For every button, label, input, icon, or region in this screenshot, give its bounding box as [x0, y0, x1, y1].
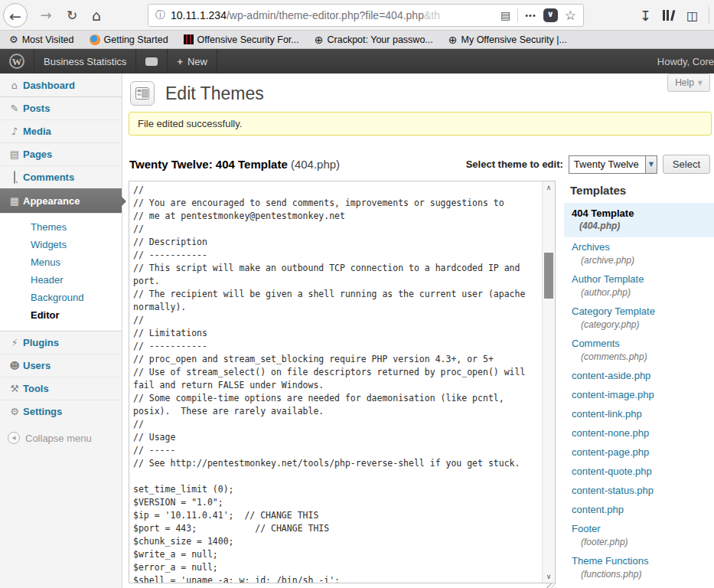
- template-name: content-none.php: [572, 426, 714, 439]
- template-item[interactable]: content-aside.php: [564, 369, 714, 382]
- sidebar-item-label: Media: [23, 126, 51, 137]
- sidebar-item-settings[interactable]: ⚙ Settings: [0, 400, 122, 423]
- library-icon[interactable]: [662, 9, 676, 21]
- template-file: (404.php): [572, 220, 706, 232]
- template-item[interactable]: Category Template (category.php): [564, 305, 714, 331]
- bookmark-most-visited[interactable]: ⚙ Most Visited: [9, 34, 74, 45]
- sidebar-item-media[interactable]: ♪ Media: [0, 119, 122, 142]
- offsec-icon: [184, 34, 194, 44]
- reader-mode-icon[interactable]: ▤: [500, 9, 510, 21]
- template-item[interactable]: content.php: [564, 503, 714, 516]
- template-name: Comments: [572, 337, 714, 350]
- submenu-item-background[interactable]: Background: [0, 289, 122, 306]
- template-item[interactable]: content-status.php: [564, 484, 714, 497]
- sidebar-toggle-icon[interactable]: ◫: [686, 8, 698, 23]
- select-theme-button[interactable]: Select: [663, 155, 710, 174]
- scroll-down-icon[interactable]: ∨: [543, 571, 555, 582]
- settings-icon: ⚙: [6, 406, 23, 417]
- template-item[interactable]: Footer (footer.php): [564, 522, 714, 548]
- collapse-menu-button[interactable]: ◀ Collapse menu: [0, 432, 122, 444]
- sidebar-item-comments[interactable]: Comments: [0, 165, 122, 188]
- bookmark-crackpot[interactable]: ⊕ Crackpot: Your passwo...: [315, 34, 433, 46]
- plus-icon: +: [177, 56, 183, 67]
- toolbar-divider: [709, 7, 709, 24]
- comment-bubble-icon: [145, 57, 158, 66]
- globe-icon: ⊕: [448, 34, 458, 46]
- site-name-link[interactable]: Business Statistics: [34, 49, 136, 74]
- bookmark-label: Most Visited: [22, 34, 74, 45]
- submenu-item-widgets[interactable]: Widgets: [0, 236, 122, 253]
- appearance-submenu: Themes Widgets Menus Header Background E…: [0, 213, 122, 331]
- url-bar[interactable]: ⓘ 10.11.1.234/wp-admin/theme-editor.php?…: [148, 4, 584, 27]
- new-content-link[interactable]: + New: [168, 49, 217, 74]
- back-button[interactable]: ←: [3, 3, 28, 28]
- editor-scrollbar[interactable]: ∧ ∨: [542, 181, 555, 583]
- chevron-down-icon: ▼: [698, 80, 703, 87]
- template-file: (category.php): [572, 319, 714, 331]
- url-domain: 10.11.1.234: [171, 9, 227, 21]
- page-header: Edit Themes: [130, 81, 264, 106]
- howdy-account-link[interactable]: Howdy, Core: [650, 56, 714, 67]
- submenu-item-header[interactable]: Header: [0, 271, 122, 289]
- code-editor[interactable]: // // You are encouraged to send comment…: [129, 181, 542, 583]
- comments-bubble-link[interactable]: [136, 49, 168, 74]
- template-name: content-aside.php: [572, 369, 714, 382]
- bookmark-my-offensive-security[interactable]: ⊕ My Offensive Security |...: [448, 34, 567, 46]
- theme-select-label: Select theme to edit:: [466, 158, 563, 170]
- chevron-down-icon: ▼: [645, 156, 657, 173]
- bookmark-offensive-security[interactable]: Offensive Security For...: [184, 34, 299, 45]
- bookmark-getting-started[interactable]: Getting Started: [90, 34, 168, 45]
- sidebar-item-pages[interactable]: ▤ Pages: [0, 142, 122, 165]
- reload-button[interactable]: ↻: [60, 3, 84, 28]
- wp-logo-menu[interactable]: W: [0, 49, 34, 74]
- edit-themes-icon: [130, 81, 155, 106]
- file-heading: Twenty Twelve: 404 Template (404.php): [129, 158, 340, 171]
- template-item[interactable]: content-quote.php: [564, 465, 714, 478]
- pocket-icon[interactable]: ∨: [543, 8, 558, 22]
- wp-admin-bar: W Business Statistics + New Howdy, Core: [0, 49, 714, 74]
- page-actions-icon[interactable]: •••: [525, 11, 536, 20]
- scrollbar-thumb[interactable]: [544, 253, 553, 299]
- template-file: (functions.php): [572, 569, 714, 580]
- submenu-item-menus[interactable]: Menus: [0, 253, 122, 271]
- submenu-item-editor[interactable]: Editor: [0, 306, 122, 324]
- submenu-item-themes[interactable]: Themes: [0, 218, 122, 236]
- bookmark-label: Crackpot: Your passwo...: [327, 34, 432, 45]
- template-item[interactable]: content-image.php: [564, 388, 714, 401]
- sidebar-item-appearance[interactable]: ▦ Appearance: [0, 188, 122, 213]
- help-button[interactable]: Help ▼: [667, 74, 710, 92]
- template-name: Footer: [572, 522, 714, 535]
- home-button[interactable]: ⌂: [84, 3, 109, 28]
- sidebar-item-label: Plugins: [23, 337, 59, 348]
- bookmark-star-icon[interactable]: ☆: [565, 8, 576, 23]
- site-info-icon[interactable]: ⓘ: [155, 8, 165, 22]
- template-item[interactable]: Theme Functions (functions.php): [564, 554, 714, 580]
- sidebar-item-users[interactable]: ☻ Users: [0, 354, 122, 377]
- firefox-icon: [90, 34, 100, 45]
- toolbar-right: ↧ ◫: [640, 3, 709, 28]
- sidebar-item-dashboard[interactable]: ⌂ Dashboard: [0, 74, 122, 96]
- success-notice: File edited successfully.: [129, 112, 712, 136]
- template-item[interactable]: content-none.php: [564, 426, 714, 439]
- theme-select-value: Twenty Twelve: [569, 156, 645, 173]
- sidebar-item-posts[interactable]: ✎ Posts: [0, 96, 122, 119]
- sidebar-item-plugins[interactable]: ⚡ Plugins: [0, 331, 122, 354]
- downloads-icon[interactable]: ↧: [640, 8, 651, 24]
- template-item[interactable]: content-link.php: [564, 407, 714, 420]
- template-item[interactable]: Author Template (author.php): [564, 273, 714, 299]
- sidebar-item-tools[interactable]: ⚒ Tools: [0, 377, 122, 400]
- theme-select-dropdown[interactable]: Twenty Twelve ▼: [569, 155, 657, 174]
- template-item[interactable]: Archives (archive.php): [564, 240, 714, 266]
- bookmark-label: Getting Started: [104, 34, 168, 45]
- template-item[interactable]: content-page.php: [564, 446, 714, 459]
- appearance-icon: ▦: [6, 195, 23, 207]
- sidebar-item-label: Dashboard: [23, 80, 75, 91]
- template-name: Archives: [572, 240, 714, 253]
- pages-icon: ▤: [6, 149, 23, 160]
- scroll-up-icon[interactable]: ∧: [543, 182, 555, 193]
- template-item-selected[interactable]: 404 Template (404.php): [564, 203, 714, 237]
- template-item[interactable]: Comments (comments.php): [564, 337, 714, 363]
- forward-button[interactable]: →: [34, 3, 58, 28]
- file-heading-filename: (404.php): [291, 158, 340, 171]
- resize-grip[interactable]: [546, 583, 556, 588]
